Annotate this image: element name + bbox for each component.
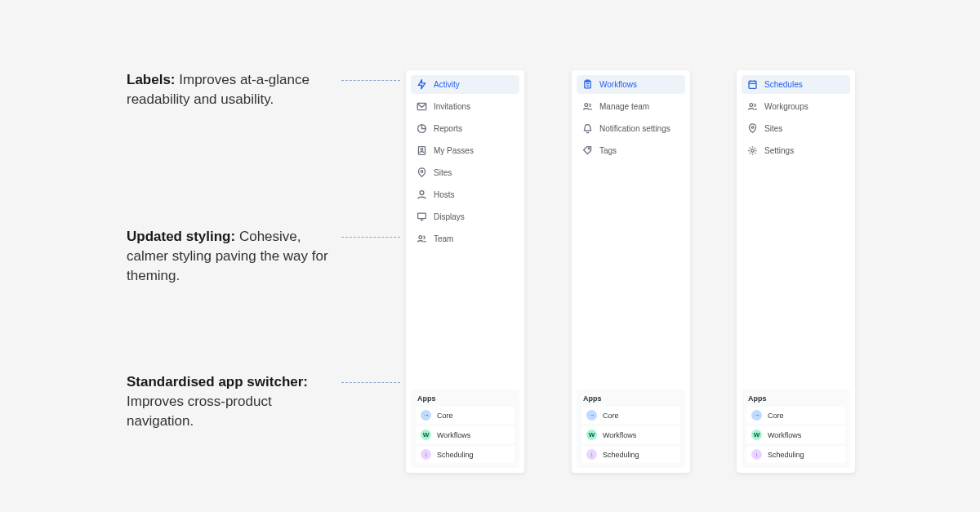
core-app-icon: →: [586, 410, 597, 421]
app-item-workflows[interactable]: WWorkflows: [581, 426, 680, 443]
app-switcher: Apps→CoreWWorkflows↓Scheduling: [577, 390, 685, 468]
clipboard-icon: [582, 79, 593, 90]
annotation-switcher-rest: Improves cross-product navigation.: [127, 394, 272, 429]
nav-item-label: Schedules: [764, 80, 803, 89]
user-icon: [416, 189, 427, 200]
workflows-app-icon: W: [586, 430, 597, 440]
annotation-labels: Labels: Improves at-a-glance readability…: [127, 70, 339, 109]
nav-item-label: Manage team: [599, 102, 649, 111]
app-switcher: Apps→CoreWWorkflows↓Scheduling: [742, 390, 850, 468]
app-item-label: Workflows: [768, 431, 801, 439]
annotation-switcher: Standardised app switcher: Improves cros…: [127, 372, 339, 430]
mail-icon: [416, 101, 427, 112]
app-item-label: Scheduling: [603, 451, 639, 459]
app-item-workflows[interactable]: WWorkflows: [416, 426, 514, 443]
core-app-icon: →: [751, 410, 762, 421]
app-item-core[interactable]: →Core: [581, 407, 680, 424]
apps-title: Apps: [581, 394, 680, 403]
nav-item-label: Invitations: [434, 102, 470, 111]
nav-item-label: My Passes: [434, 146, 474, 155]
nav-list: ActivityInvitationsReportsMy PassesSites…: [411, 75, 519, 390]
nav-item-label: Activity: [434, 80, 460, 89]
app-item-core[interactable]: →Core: [746, 407, 845, 424]
nav-item-sites[interactable]: Sites: [411, 163, 519, 182]
pin-icon: [416, 167, 427, 178]
annotation-styling: Updated styling: Cohesive, calmer stylin…: [127, 227, 339, 285]
scheduling-app-icon: ↓: [586, 449, 597, 460]
nav-item-label: Team: [434, 234, 453, 243]
pie-icon: [416, 123, 427, 134]
monitor-icon: [416, 211, 427, 222]
sidebar-panel-1: ActivityInvitationsReportsMy PassesSites…: [406, 70, 524, 473]
nav-list: WorkflowsManage teamNotification setting…: [577, 75, 685, 390]
pin-icon: [747, 123, 758, 134]
nav-item-sites[interactable]: Sites: [742, 119, 850, 138]
nav-item-tags[interactable]: Tags: [577, 141, 685, 160]
app-item-label: Scheduling: [437, 451, 474, 459]
app-item-core[interactable]: →Core: [416, 407, 514, 424]
app-item-workflows[interactable]: WWorkflows: [746, 426, 845, 443]
tag-icon: [582, 145, 593, 156]
nav-item-notification-settings[interactable]: Notification settings: [577, 119, 685, 138]
app-item-label: Workflows: [437, 431, 470, 439]
arrow-line: [341, 80, 400, 81]
users-icon: [747, 101, 758, 112]
nav-item-team[interactable]: Team: [411, 229, 519, 248]
nav-list: SchedulesWorkgroupsSitesSettings: [742, 75, 850, 390]
apps-title: Apps: [416, 394, 514, 403]
nav-item-displays[interactable]: Displays: [411, 207, 519, 226]
nav-item-schedules[interactable]: Schedules: [742, 75, 850, 94]
apps-title: Apps: [746, 394, 845, 403]
calendar-icon: [747, 79, 758, 90]
bell-icon: [582, 123, 593, 134]
arrow-line: [341, 382, 400, 383]
app-item-label: Workflows: [603, 431, 636, 439]
app-item-label: Core: [768, 412, 784, 420]
scheduling-app-icon: ↓: [421, 449, 431, 460]
nav-item-label: Reports: [434, 124, 462, 133]
nav-item-label: Notification settings: [599, 124, 670, 133]
nav-item-label: Workgroups: [764, 102, 808, 111]
annotation-switcher-strong: Standardised app switcher:: [127, 374, 308, 390]
nav-item-my-passes[interactable]: My Passes: [411, 141, 519, 160]
workflows-app-icon: W: [751, 430, 762, 440]
workflows-app-icon: W: [421, 430, 431, 440]
sidebar-panel-2: WorkflowsManage teamNotification setting…: [572, 70, 690, 473]
nav-item-settings[interactable]: Settings: [742, 141, 850, 160]
nav-item-hosts[interactable]: Hosts: [411, 185, 519, 204]
arrow-line: [341, 237, 400, 238]
nav-item-workflows[interactable]: Workflows: [577, 75, 685, 94]
app-item-label: Scheduling: [768, 451, 804, 459]
app-item-scheduling[interactable]: ↓Scheduling: [746, 446, 845, 463]
zap-icon: [416, 79, 427, 90]
app-item-scheduling[interactable]: ↓Scheduling: [581, 446, 680, 463]
nav-item-reports[interactable]: Reports: [411, 119, 519, 138]
nav-item-label: Displays: [434, 212, 465, 221]
core-app-icon: →: [421, 410, 431, 421]
nav-item-label: Settings: [764, 146, 794, 155]
annotation-styling-strong: Updated styling:: [127, 229, 235, 244]
nav-item-label: Hosts: [434, 190, 455, 199]
app-item-label: Core: [603, 412, 619, 420]
users-icon: [582, 101, 593, 112]
app-item-scheduling[interactable]: ↓Scheduling: [416, 446, 514, 463]
annotation-labels-strong: Labels:: [127, 72, 176, 87]
scheduling-app-icon: ↓: [751, 449, 762, 460]
badge-icon: [416, 145, 427, 156]
app-item-label: Core: [437, 412, 453, 420]
nav-item-label: Sites: [434, 168, 452, 177]
nav-item-invitations[interactable]: Invitations: [411, 97, 519, 116]
nav-item-label: Tags: [599, 146, 617, 155]
nav-item-label: Workflows: [599, 80, 637, 89]
nav-item-activity[interactable]: Activity: [411, 75, 519, 94]
app-switcher: Apps→CoreWWorkflows↓Scheduling: [411, 390, 519, 468]
nav-item-label: Sites: [764, 124, 782, 133]
users-icon: [416, 234, 427, 244]
sidebar-panel-3: SchedulesWorkgroupsSitesSettings Apps→Co…: [737, 70, 855, 473]
gear-icon: [747, 145, 758, 156]
nav-item-manage-team[interactable]: Manage team: [577, 97, 685, 116]
nav-item-workgroups[interactable]: Workgroups: [742, 97, 850, 116]
